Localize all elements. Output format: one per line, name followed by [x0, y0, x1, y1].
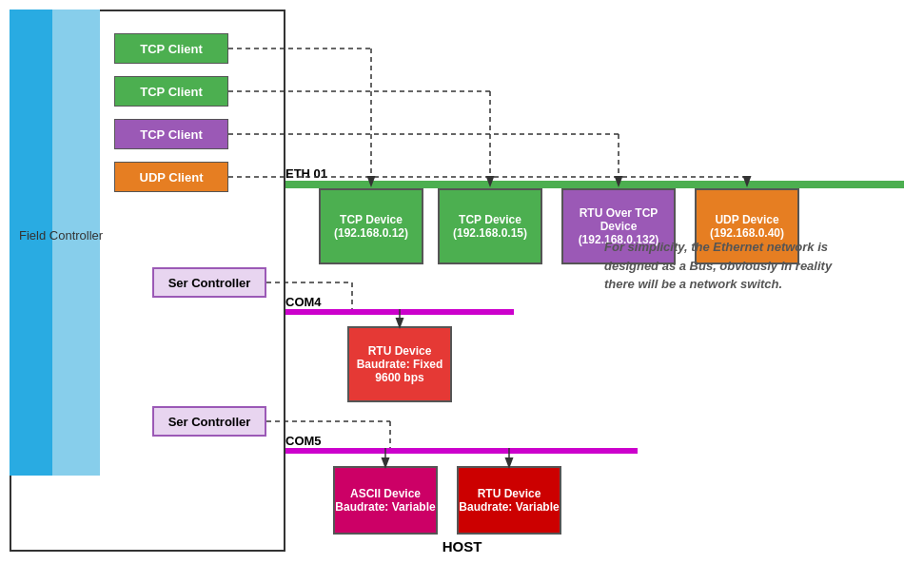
tcp-device-2: TCP Device(192.168.0.15) [438, 188, 542, 264]
tcp-client-1: TCP Client [114, 33, 228, 64]
host-label: HOST [0, 538, 924, 554]
udp-client-1: UDP Client [114, 162, 228, 192]
field-controller-label: Field Controller [19, 228, 103, 243]
ser-controller-2: Ser Controller [152, 406, 266, 437]
tcp-device-1: TCP Device(192.168.0.12) [319, 188, 423, 264]
note-text: For simplicity, the Ethernet network is … [604, 238, 890, 294]
tcp-client-3: TCP Client [114, 119, 228, 149]
rtu-device-2: RTU DeviceBaudrate: Variable [457, 466, 561, 535]
tcp-client-2: TCP Client [114, 76, 228, 107]
com5-line [285, 448, 638, 454]
rtu-device-1: RTU DeviceBaudrate: Fixed9600 bps [347, 326, 452, 402]
light-blue-inner [52, 10, 100, 476]
eth-line [285, 181, 904, 188]
com4-line [285, 309, 514, 315]
com5-label: COM5 [285, 434, 322, 448]
eth-label: ETH 01 [285, 166, 327, 181]
diagram: Field Controller HOST TCP Client TCP Cli… [0, 0, 924, 564]
com4-label: COM4 [285, 295, 322, 309]
ser-controller-1: Ser Controller [152, 267, 266, 298]
ascii-device: ASCII DeviceBaudrate: Variable [333, 466, 438, 535]
